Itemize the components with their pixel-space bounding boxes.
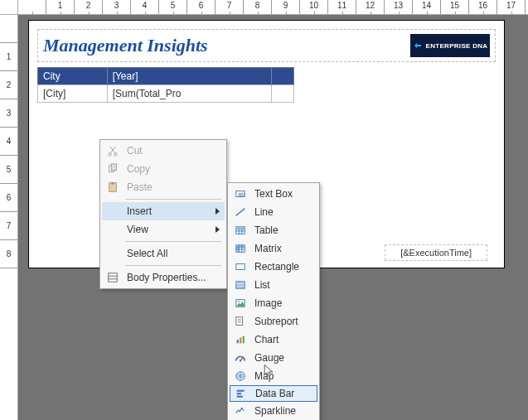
- svg-rect-38: [243, 336, 245, 344]
- table-icon: [233, 224, 248, 237]
- svg-line-11: [236, 209, 245, 216]
- svg-rect-27: [236, 282, 245, 284]
- blank-icon: [105, 247, 120, 260]
- menu-item-label: Select All: [127, 248, 220, 259]
- svg-rect-44: [237, 396, 243, 398]
- enterprise-dna-logo: ENTERPRISE DNA: [410, 34, 490, 57]
- menu-item-label: Body Properties...: [127, 272, 220, 283]
- menu-item-table[interactable]: Table: [230, 221, 317, 239]
- svg-rect-42: [237, 390, 245, 392]
- data-table[interactable]: City[Year] [City][Sum(Total_Pro: [37, 67, 294, 103]
- paste-icon: [105, 181, 120, 194]
- svg-text:ab: ab: [238, 191, 245, 197]
- menu-item-label: Cut: [127, 145, 220, 157]
- svg-point-31: [238, 301, 240, 302]
- arrow-icon: [413, 41, 423, 51]
- properties-icon: [105, 271, 120, 284]
- menu-item-chart[interactable]: Chart: [230, 331, 317, 349]
- menu-item-copy: Copy: [102, 160, 225, 178]
- menu-item-label: View: [127, 224, 209, 235]
- menu-item-label: Gauge: [254, 352, 312, 364]
- image-icon: [233, 297, 248, 310]
- menu-item-insert[interactable]: Insert: [102, 202, 225, 220]
- menu-item-subreport[interactable]: Subreport: [230, 312, 317, 331]
- menu-item-label: Copy: [127, 163, 220, 175]
- column-header[interactable]: [272, 68, 294, 85]
- submenu-arrow-icon: [216, 208, 220, 215]
- blank-icon: [105, 205, 120, 218]
- menu-item-body-properties-[interactable]: Body Properties...: [102, 268, 225, 287]
- column-header[interactable]: City: [38, 68, 108, 85]
- menu-item-label: List: [254, 279, 312, 291]
- menu-item-rectangle[interactable]: Rectangle: [230, 258, 317, 276]
- menu-item-cut: Cut: [102, 142, 225, 160]
- table-cell[interactable]: [City]: [38, 85, 108, 103]
- list-icon: [233, 278, 248, 292]
- cut-icon: [105, 144, 120, 157]
- menu-item-label: Matrix: [254, 243, 312, 254]
- menu-item-gauge[interactable]: Gauge: [230, 349, 317, 367]
- menu-item-label: Image: [254, 297, 312, 309]
- table-row[interactable]: [City][Sum(Total_Pro: [38, 85, 294, 103]
- menu-item-text-box[interactable]: abText Box: [230, 185, 317, 203]
- svg-rect-5: [111, 182, 114, 185]
- textbox-icon: ab: [233, 187, 248, 200]
- svg-rect-25: [236, 264, 245, 270]
- svg-point-40: [240, 360, 241, 361]
- menu-item-label: Insert: [127, 205, 209, 217]
- table-cell[interactable]: [Sum(Total_Pro: [107, 85, 271, 103]
- subreport-icon: [233, 315, 248, 328]
- table-cell[interactable]: [272, 85, 294, 103]
- line-icon: [233, 205, 248, 219]
- report-title: Management Insights: [43, 35, 208, 56]
- menu-item-sparkline[interactable]: Sparkline: [230, 402, 317, 420]
- horizontal-ruler: 1234567891011121314151617: [18, 0, 528, 15]
- menu-item-label: Chart: [254, 334, 312, 345]
- svg-rect-3: [111, 164, 116, 171]
- menu-item-select-all[interactable]: Select All: [102, 244, 225, 263]
- report-header: Management Insights ENTERPRISE DNA: [37, 29, 496, 62]
- svg-rect-6: [109, 273, 118, 282]
- svg-rect-17: [236, 227, 245, 229]
- insert-submenu[interactable]: abText BoxLineTableMatrixRectangleListIm…: [227, 182, 320, 420]
- context-menu[interactable]: CutCopyPasteInsertViewSelect AllBody Pro…: [99, 139, 227, 289]
- menu-item-label: Data Bar: [255, 388, 312, 399]
- matrix-icon: [233, 242, 248, 255]
- svg-rect-36: [237, 340, 239, 343]
- chart-icon: [233, 333, 248, 346]
- menu-item-label: Text Box: [254, 188, 312, 200]
- menu-item-label: Sparkline: [254, 405, 312, 417]
- menu-item-image[interactable]: Image: [230, 294, 317, 312]
- gauge-icon: [233, 351, 248, 364]
- databar-icon: [234, 387, 249, 400]
- menu-item-label: Line: [254, 206, 312, 218]
- menu-item-label: Map: [254, 370, 312, 382]
- vertical-ruler: 12345678: [0, 15, 18, 420]
- column-header[interactable]: [Year]: [107, 68, 271, 85]
- rectangle-icon: [233, 260, 248, 273]
- menu-item-label: Subreport: [254, 316, 312, 327]
- menu-item-paste: Paste: [102, 178, 225, 196]
- svg-rect-43: [237, 393, 241, 394]
- sparkline-icon: [233, 404, 248, 418]
- menu-item-label: Paste: [127, 181, 220, 193]
- menu-item-map[interactable]: Map: [230, 367, 317, 385]
- menu-item-view[interactable]: View: [102, 220, 225, 239]
- submenu-arrow-icon: [216, 226, 220, 233]
- menu-item-label: Table: [254, 224, 312, 236]
- menu-item-line[interactable]: Line: [230, 203, 317, 221]
- menu-item-data-bar[interactable]: Data Bar: [230, 385, 317, 402]
- map-icon: [233, 369, 248, 383]
- menu-item-label: Rectangle: [254, 261, 312, 273]
- svg-rect-37: [240, 337, 241, 343]
- blank-icon: [105, 223, 120, 236]
- execution-time-field[interactable]: [&ExecutionTime]: [385, 244, 487, 261]
- copy-icon: [105, 162, 120, 176]
- menu-item-list[interactable]: List: [230, 276, 317, 294]
- menu-item-matrix[interactable]: Matrix: [230, 239, 317, 258]
